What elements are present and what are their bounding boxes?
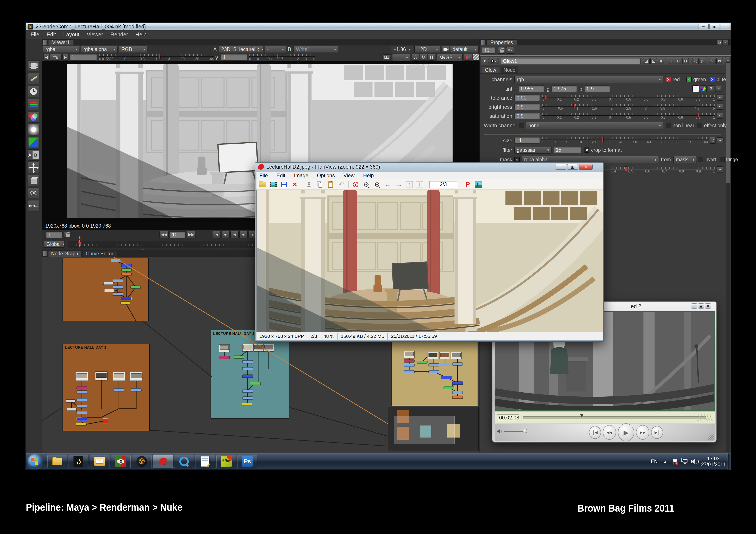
menu-item[interactable]: Viewer [87,32,103,38]
viewer-tab[interactable]: Viewer1 [48,39,74,45]
stereo-view-select[interactable]: default [450,46,479,53]
swap-icon[interactable] [658,58,664,64]
keyer-nodes-icon[interactable] [28,137,40,148]
curve-editor-tab[interactable]: Curve Editor [82,251,117,257]
menu-item[interactable]: Image [294,172,309,179]
non-linear-checkbox[interactable] [666,123,671,128]
views-count-button[interactable]: 3 [708,86,714,92]
player-minimize-button[interactable]: ─ [691,303,697,309]
blend-select[interactable]: - [265,46,286,53]
float-node-icon[interactable] [716,58,723,64]
merge-nodes-icon[interactable]: AB [28,149,40,161]
input-process-toggle[interactable]: IP [464,54,472,61]
player-maximize-button[interactable]: ▣ [698,303,704,309]
delete-icon[interactable]: × [291,181,299,189]
effect-only-checkbox[interactable] [697,123,702,128]
mask-from-select[interactable]: mask [673,156,697,163]
taskbar-maya-icon[interactable]: ა [68,455,88,468]
prev-button[interactable]: │◀ [589,426,601,439]
refresh-icon[interactable]: ↻ [420,54,427,61]
tolerance-slider[interactable]: 00.10.20.30.40.50.60.70.80.91 [542,94,715,102]
node-tab[interactable]: Node [500,66,518,73]
draw-nodes-icon[interactable] [28,73,40,85]
taskbar-photoshop-icon[interactable]: Ps [237,455,257,468]
gamma-field[interactable]: 1 [221,54,247,61]
node-color-button[interactable]: ▾ [488,58,499,64]
taskbar-explorer-icon[interactable] [47,455,67,468]
irfanview-maximize-button[interactable]: ▣ [567,164,578,170]
camera-icon[interactable] [442,46,449,53]
copy-knobs-button[interactable]: C [668,58,674,64]
last-image-icon[interactable]: ↓ [416,181,423,188]
taskbar-quicktime-icon[interactable] [174,455,194,468]
backdrop-node[interactable] [391,339,478,406]
tint-b-field[interactable]: 0.9 [585,86,610,92]
gain-slider[interactable]: 0.0156250.10.313103064 [99,54,214,61]
tray-clock[interactable]: 17:03 27/01/2011 [700,453,727,470]
b-input-select[interactable]: Write1 [293,46,338,53]
menu-item[interactable]: Render [110,32,128,38]
color-swatch[interactable] [692,86,699,92]
clear-panels-icon[interactable]: ≡× [506,47,514,54]
help-button[interactable]: ? [709,58,716,64]
maximize-button[interactable]: ▣ [710,24,720,29]
undo-icon[interactable]: ↶ [338,181,345,189]
other-nodes-icon[interactable]: etc... [28,200,40,212]
close-button[interactable]: ✕ [721,24,729,29]
thumbnails-icon[interactable] [474,181,482,189]
backdrop-lecture-hall-day-2[interactable]: LECTURE HALL DAY 2 [210,330,289,419]
cut-icon[interactable] [305,181,313,189]
redo-knob-icon[interactable]: ▷ [700,58,706,64]
node-graph-tab[interactable]: Node Graph [48,251,81,257]
zoom-in-icon[interactable]: + [363,181,370,189]
panel-menu-button[interactable] [43,39,47,45]
invert-checkbox[interactable] [698,157,703,162]
float-panel-icon[interactable] [716,40,722,45]
next-image-icon[interactable]: → [395,181,403,189]
hide-button[interactable]: H [682,58,689,64]
frame-skip-field[interactable]: 10 [170,232,185,238]
lock-panels-icon[interactable] [498,47,505,54]
store-b-icon[interactable]: × [650,58,657,64]
playhead[interactable]: 1 [78,240,80,246]
defaults-button[interactable]: D [675,58,682,64]
frame-lock-icon[interactable] [64,232,71,238]
filter-nodes-icon[interactable] [28,124,40,135]
play-button[interactable]: ▶ [618,423,634,442]
irfanview-window[interactable]: LectureHallD2.jpeg - IrfanView (Zoom: 92… [255,162,604,342]
page-counter-field[interactable]: 2/3 [429,181,457,188]
roi-icon[interactable] [412,54,419,61]
current-frame-field[interactable]: 1 [46,232,63,238]
open-icon[interactable] [258,181,266,189]
menu-item[interactable]: Layout [63,32,79,38]
animation-curve-icon[interactable]: ~ [716,166,723,172]
info-icon[interactable]: i [352,181,360,189]
panel-menu-button[interactable] [43,251,47,256]
width-channel-checkbox[interactable] [519,123,524,128]
menu-item[interactable]: File [259,172,268,179]
frame-range-select[interactable]: Global [44,241,65,248]
slideshow-icon[interactable] [269,181,277,189]
time-nodes-icon[interactable] [28,86,40,97]
gain-prev-icon[interactable]: ◀ [43,54,49,61]
filter-select[interactable]: gaussian [514,147,552,154]
animation-curve-icon[interactable]: ~ [716,94,723,101]
taskbar-outlook-icon[interactable] [90,455,109,468]
player-seek-handle[interactable] [580,414,583,417]
size-field[interactable]: 11 [514,137,540,144]
print-icon[interactable]: P [464,181,472,189]
player-seek-bar[interactable] [523,416,706,419]
transform-nodes-icon[interactable] [28,162,40,173]
menu-item[interactable]: Help [363,172,374,179]
nuke-titlebar[interactable]: ☢ 23renderComp_LectureHall_004.nk [modif… [26,23,731,30]
go-start-button[interactable]: |◀ [212,231,221,238]
menu-item[interactable]: Edit [277,172,285,179]
paste-icon[interactable] [327,181,335,189]
mask-checkbox[interactable] [514,157,520,162]
save-icon[interactable] [280,181,288,189]
previous-image-icon[interactable]: ← [384,181,392,189]
backdrop-lecture-hall-day-1[interactable]: LECTURE HALL DAY 1 [63,343,150,431]
store-a-icon[interactable]: × [643,58,650,64]
channel-nodes-icon[interactable] [28,99,40,110]
tolerance-field[interactable]: 0.01 [514,94,540,101]
